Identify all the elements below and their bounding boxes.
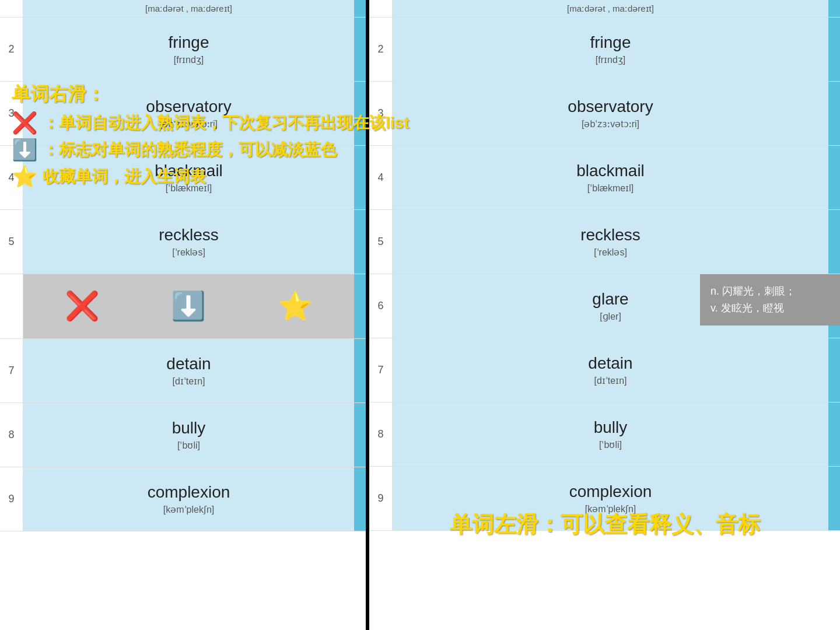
glare-tooltip-line2: v. 发眩光，瞪视	[710, 302, 784, 314]
right-row-3[interactable]: 3 observatory [əbˈzɜːvətɔːri]	[369, 82, 840, 146]
left-blue-bar-5	[354, 210, 366, 274]
left-row-5-num: 5	[0, 210, 23, 274]
left-row-5[interactable]: 5 reckless [ˈrekləs]	[0, 210, 366, 274]
left-row-4[interactable]: 4 blackmail [ˈblækmеɪl]	[0, 146, 366, 210]
right-word-4: blackmail	[576, 162, 645, 180]
left-row-3[interactable]: 3 observatory [əbˈzɜːvətɔːri]	[0, 82, 366, 146]
left-row-2[interactable]: 2 fringe [frɪndʒ]	[0, 18, 366, 82]
left-blue-bar-7	[354, 339, 366, 402]
right-word-cell-3[interactable]: observatory [əbˈzɜːvətɔːri]	[393, 82, 828, 145]
left-word-7: detain	[166, 355, 211, 373]
left-row-6-action: ❌ ⬇️ ⭐	[0, 274, 366, 339]
right-row-4-num: 4	[369, 146, 393, 209]
right-row-9[interactable]: 9 complexion [kəmˈplekʃn]	[369, 467, 840, 531]
right-blue-bar-3	[828, 82, 840, 145]
left-word-cell-4[interactable]: blackmail [ˈblækmеɪl]	[23, 146, 354, 209]
left-phonetic-4: [ˈblækmеɪl]	[166, 183, 212, 194]
left-row-6-num	[0, 274, 23, 338]
right-phonetic-5: [ˈrekləs]	[594, 247, 627, 258]
left-word-cell-7[interactable]: detain [dɪˈteɪn]	[23, 339, 354, 402]
left-row-3-num: 3	[0, 82, 23, 145]
right-word-2: fringe	[590, 33, 631, 52]
left-blue-bar-6	[354, 274, 366, 338]
left-word-5: reckless	[159, 226, 219, 244]
glare-tooltip-line1: n. 闪耀光，刺眼；	[710, 285, 796, 297]
right-word-cell-4[interactable]: blackmail [ˈblækmeɪl]	[393, 146, 828, 209]
right-top-phonetic: [maːdərət , maːdəreɪt]	[393, 0, 828, 17]
left-word-cell-3[interactable]: observatory [əbˈzɜːvətɔːri]	[23, 82, 354, 145]
left-blue-bar-9	[354, 467, 366, 531]
right-word-cell-2[interactable]: fringe [frɪndʒ]	[393, 18, 828, 81]
left-word-8: bully	[172, 419, 206, 438]
left-word-3: observatory	[146, 97, 231, 116]
left-word-cell-9[interactable]: complexion [kəmˈplekʃn]	[23, 467, 354, 531]
right-row-3-num: 3	[369, 82, 393, 145]
right-word-cell-5[interactable]: reckless [ˈrekləs]	[393, 210, 828, 274]
left-phonetic-3: [əbˈzɜːvətɔːri]	[160, 118, 218, 130]
left-phonetic-5: [ˈrekləs]	[172, 247, 205, 258]
left-row-9[interactable]: 9 complexion [kəmˈplekʃn]	[0, 467, 366, 531]
right-row-5-num: 5	[369, 210, 393, 274]
right-phonetic-7: [dɪˈteɪn]	[594, 375, 626, 386]
left-row-7[interactable]: 7 detain [dɪˈteɪn]	[0, 339, 366, 403]
left-phonetic-9: [kəmˈplekʃn]	[163, 504, 214, 515]
left-panel: [maːdərət , maːdəreɪt] 2 fringe [frɪndʒ]…	[0, 0, 368, 630]
right-row-6[interactable]: 6 glare [ɡler] n. 闪耀光，刺眼； v. 发眩光，瞪视	[369, 274, 840, 338]
left-top-phonetic: [maːdərət , maːdəreɪt]	[23, 0, 354, 17]
right-blue-bar-5	[828, 210, 840, 274]
right-row-8-num: 8	[369, 402, 393, 466]
right-word-5: reckless	[580, 226, 640, 244]
right-row-8[interactable]: 8 bully [ˈbʊli]	[369, 402, 840, 467]
left-word-cell-5[interactable]: reckless [ˈrekləs]	[23, 210, 354, 274]
left-word-cell-2[interactable]: fringe [frɪndʒ]	[23, 18, 354, 81]
left-phonetic-8: [ˈbʊli]	[177, 440, 200, 451]
action-buttons-container: ❌ ⬇️ ⭐	[23, 274, 354, 338]
left-row-9-num: 9	[0, 467, 23, 531]
left-word-4: blackmail	[155, 162, 223, 180]
left-phonetic-7: [dɪˈteɪn]	[172, 376, 205, 387]
left-top-blue-bar	[354, 0, 366, 17]
right-row-6-num: 6	[369, 274, 393, 338]
right-row-9-num: 9	[369, 467, 393, 530]
left-word-cell-8[interactable]: bully [ˈbʊli]	[23, 403, 354, 467]
right-blue-bar-9	[828, 467, 840, 530]
right-blue-bar-4	[828, 146, 840, 209]
right-word-9: complexion	[569, 482, 652, 501]
right-blue-bar-2	[828, 18, 840, 81]
delete-button[interactable]: ❌	[59, 283, 106, 330]
right-word-cell-9[interactable]: complexion [kəmˈplekʃn]	[393, 467, 828, 530]
right-phonetic-6: [ɡler]	[600, 311, 621, 322]
down-button[interactable]: ⬇️	[165, 283, 212, 330]
left-blue-bar-3	[354, 82, 366, 145]
left-word-9: complexion	[148, 483, 230, 502]
right-phonetic-8: [ˈbʊli]	[599, 439, 622, 450]
star-button[interactable]: ⭐	[272, 283, 318, 330]
right-row-2[interactable]: 2 fringe [frɪndʒ]	[369, 18, 840, 82]
right-row-2-num: 2	[369, 18, 393, 81]
right-row-4[interactable]: 4 blackmail [ˈblækmeɪl]	[369, 146, 840, 210]
left-row-8[interactable]: 8 bully [ˈbʊli]	[0, 403, 366, 467]
left-row-8-num: 8	[0, 403, 23, 467]
left-phonetic-2: [frɪndʒ]	[174, 54, 204, 65]
left-row-4-num: 4	[0, 146, 23, 209]
left-word-2: fringe	[168, 33, 209, 52]
right-word-cell-8[interactable]: bully [ˈbʊli]	[393, 402, 828, 466]
right-row-5[interactable]: 5 reckless [ˈrekləs]	[369, 210, 840, 274]
right-word-6: glare	[592, 290, 628, 309]
right-top-phonetic-row: [maːdərət , maːdəreɪt]	[369, 0, 840, 18]
right-word-cell-7[interactable]: detain [dɪˈteɪn]	[393, 338, 828, 402]
right-row-7-num: 7	[369, 338, 393, 402]
right-phonetic-3: [əbˈzɜːvətɔːri]	[582, 118, 639, 130]
left-top-num	[0, 0, 23, 17]
left-row-7-num: 7	[0, 339, 23, 402]
right-phonetic-9: [kəmˈplekʃn]	[585, 503, 636, 514]
right-blue-bar-8	[828, 402, 840, 466]
left-blue-bar-4	[354, 146, 366, 209]
right-top-num	[369, 0, 393, 17]
right-word-8: bully	[594, 418, 628, 437]
panel-divider	[368, 0, 369, 630]
right-row-7[interactable]: 7 detain [dɪˈteɪn]	[369, 338, 840, 402]
right-blue-bar-7	[828, 338, 840, 402]
right-panel: [maːdərət , maːdəreɪt] 2 fringe [frɪndʒ]…	[369, 0, 840, 630]
left-blue-bar-8	[354, 403, 366, 467]
